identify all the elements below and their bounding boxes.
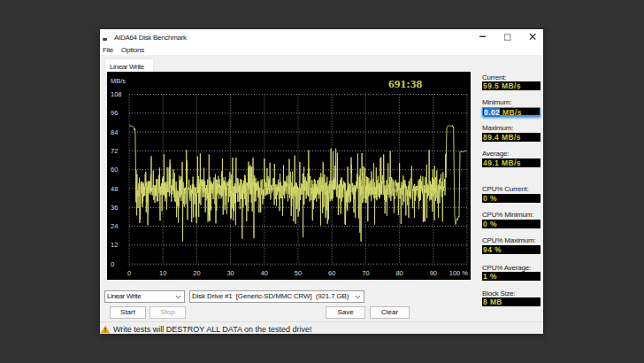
svg-text:80: 80 <box>395 269 402 277</box>
svg-text:50: 50 <box>295 269 302 277</box>
svg-text:84: 84 <box>111 128 118 136</box>
svg-text:100 %: 100 % <box>449 269 469 277</box>
svg-text:70: 70 <box>362 269 369 277</box>
svg-text:0: 0 <box>111 260 114 268</box>
svg-text:48: 48 <box>111 185 118 193</box>
svg-text:60: 60 <box>328 269 335 277</box>
svg-text:20: 20 <box>193 269 200 277</box>
svg-text:40: 40 <box>261 269 268 277</box>
svg-text:90: 90 <box>430 269 437 277</box>
svg-text:96: 96 <box>111 109 118 117</box>
svg-text:24: 24 <box>111 222 118 230</box>
svg-text:691:38: 691:38 <box>388 77 422 90</box>
svg-text:10: 10 <box>159 269 166 277</box>
svg-text:36: 36 <box>111 204 118 212</box>
svg-text:MB/s: MB/s <box>111 77 126 85</box>
svg-text:30: 30 <box>226 269 234 277</box>
svg-text:12: 12 <box>111 241 118 249</box>
svg-text:0: 0 <box>127 269 131 277</box>
svg-text:72: 72 <box>111 147 118 155</box>
svg-text:60: 60 <box>111 166 118 174</box>
svg-text:108: 108 <box>111 90 122 98</box>
